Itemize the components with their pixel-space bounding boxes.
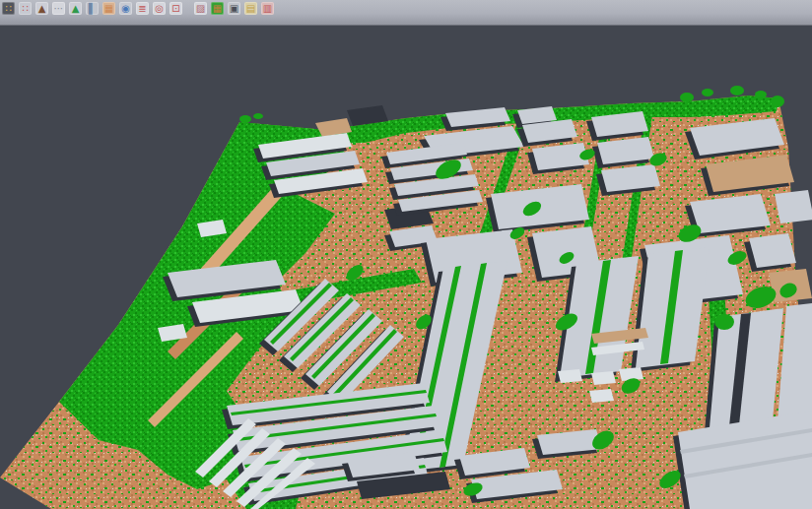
small-structure (558, 369, 582, 383)
snapshot-camera-icon[interactable]: ▣ (228, 2, 240, 15)
tree-blob (755, 91, 767, 98)
clip-box-icon[interactable]: ⊡ (169, 2, 182, 15)
noise-points-icon[interactable]: ⋯ (52, 2, 65, 15)
scene-root (0, 86, 812, 509)
small-structure (591, 371, 616, 385)
building-roof (775, 190, 812, 223)
tree-blob (771, 95, 784, 107)
dsm-grid-icon[interactable]: ▦ (102, 2, 115, 15)
classify-points-icon[interactable]: ∷ (19, 2, 32, 15)
profile-view-icon[interactable]: ▌ (86, 2, 99, 15)
tree-blob (730, 86, 744, 95)
selection-circle-icon[interactable]: ◎ (153, 2, 166, 15)
viewport-3d[interactable] (0, 27, 812, 509)
coordinate-globe-icon[interactable]: ◉ (119, 2, 132, 15)
app-window: ∷∷▲⋯▲▌▦◉≣◎⊡▨▦▣▤▥ (0, 0, 812, 509)
table-list-icon[interactable]: ≣ (136, 2, 149, 15)
scene-svg (0, 27, 812, 509)
tree-blob (239, 115, 251, 123)
point-cloud-icon[interactable]: ∷ (2, 2, 15, 15)
classified-raster-icon[interactable]: ▦ (211, 2, 224, 15)
duplicate-layers-icon[interactable]: ▤ (244, 2, 257, 15)
vegetation-icon[interactable]: ▲ (69, 2, 82, 15)
tree-blob (714, 314, 734, 330)
building-roof (749, 233, 796, 268)
terrain-ground-icon[interactable]: ▲ (35, 2, 48, 15)
raster-grid-icon[interactable]: ▨ (194, 2, 207, 15)
toolbar-separator (186, 2, 194, 15)
export-report-icon[interactable]: ▥ (261, 2, 274, 15)
toolbar: ∷∷▲⋯▲▌▦◉≣◎⊡▨▦▣▤▥ (0, 0, 812, 26)
tree-blob (680, 93, 694, 102)
tree-blob (253, 113, 263, 119)
small-structure (589, 389, 614, 403)
tree-blob (702, 89, 713, 96)
